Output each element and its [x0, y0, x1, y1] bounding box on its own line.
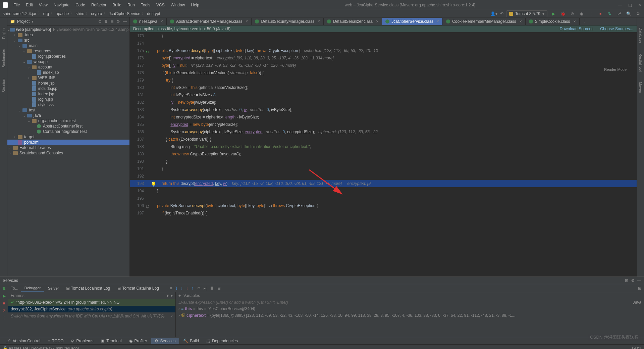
code-line[interactable]: 184 int encryptedSize = ciphertext.lengt… — [130, 113, 637, 121]
crumb[interactable]: shiro — [75, 11, 84, 16]
more-button[interactable]: ⋮ — [1, 315, 7, 321]
code-line[interactable]: 186 System.arraycopy(ciphertext, ivByteS… — [130, 128, 637, 136]
gear-icon[interactable]: ⚙ — [631, 278, 635, 283]
code-line[interactable]: 188 String msg = "Unable to correctly ex… — [130, 143, 637, 150]
project-tool-button[interactable]: Project — [2, 28, 6, 39]
code-line[interactable]: 190 } — [130, 158, 637, 165]
close-tab-icon[interactable]: × — [574, 19, 576, 24]
close-tab-icon[interactable]: × — [437, 19, 439, 24]
update-button[interactable]: ↻ — [606, 10, 613, 17]
menu-run[interactable]: Run — [125, 1, 138, 9]
reader-mode-label[interactable]: Reader Mode — [604, 66, 627, 73]
tree-item[interactable]: index.jsp — [7, 70, 129, 75]
code-line[interactable]: 192 — [130, 172, 637, 180]
minimize-button[interactable]: — — [618, 3, 622, 7]
back-icon[interactable]: ↶ — [500, 11, 503, 16]
lock-icon[interactable]: 🔒 — [3, 346, 8, 349]
tree-item[interactable]: index.jsp — [7, 91, 129, 97]
more-tabs[interactable]: ⋮ — [580, 18, 590, 25]
editor-tab[interactable]: SimpleCookie.class× — [526, 18, 580, 25]
crumb[interactable]: org — [43, 11, 49, 16]
editor-tab[interactable]: DefaultSecurityManager.class× — [252, 18, 324, 25]
add-watch-icon[interactable]: + — [178, 293, 181, 298]
tree-item[interactable]: ⌄java — [7, 113, 129, 118]
tool-tab-terminal[interactable]: ▣Terminal — [97, 338, 125, 344]
step-out-icon[interactable]: ↑ — [192, 286, 194, 291]
menu-edit[interactable]: Edit — [23, 1, 36, 9]
maven-tool-button[interactable]: Maven — [639, 82, 643, 93]
more-run-button[interactable]: ⋮ — [588, 10, 594, 17]
tool-tab-build[interactable]: 🔨Build — [180, 338, 203, 344]
tool-tab-dependencies[interactable]: ⬚Dependencies — [203, 338, 241, 344]
tree-item[interactable]: ⌄resources — [7, 48, 129, 54]
gear-icon[interactable]: ⚙ — [116, 19, 120, 24]
tree-item[interactable]: ⌄main — [7, 43, 129, 48]
var-ciphertext[interactable]: ›ⓟ ciphertext = {byte[1360]@3895} [123, … — [176, 312, 644, 319]
tool-tab-todo[interactable]: ≡TODO — [44, 338, 67, 344]
tree-item[interactable]: ⌄account — [7, 64, 129, 70]
run-config-selector[interactable]: Tomcat 8.5.79 ▾ — [506, 10, 547, 17]
evaluate-input[interactable]: Evaluate expression (Enter) or add a wat… — [176, 299, 644, 306]
profile-button[interactable]: ◉ — [578, 10, 585, 17]
close-tab-icon[interactable]: × — [376, 19, 378, 24]
step-over-icon[interactable]: ⤵ — [175, 286, 177, 291]
database-tool-button[interactable]: Database — [639, 28, 643, 43]
tomcat-node[interactable]: To... — [11, 286, 18, 291]
editor-tab[interactable]: DefaultSerializer.class× — [324, 18, 382, 25]
tree-item[interactable]: ⌄webapp — [7, 59, 129, 64]
close-hint-icon[interactable]: × — [170, 314, 173, 319]
tree-item-pom[interactable]: pom.xml — [7, 140, 129, 145]
crumb[interactable]: decrypt — [147, 11, 160, 16]
code-line[interactable]: 180 int ivSize = this.getInitializationV… — [130, 84, 637, 91]
git-icon[interactable]: ⎇ — [616, 10, 623, 17]
tree-item[interactable]: ›target — [7, 134, 129, 140]
code-line[interactable]: 174 — [130, 40, 637, 47]
code-line[interactable]: 187 } catch (Exception var8) { — [130, 136, 637, 143]
tree-item[interactable]: ›Scratches and Consoles — [7, 150, 129, 156]
tomcat-catalina-log-tab[interactable]: ▣ Tomcat Catalina Log — [114, 285, 162, 292]
menu-tools[interactable]: Tools — [138, 1, 153, 9]
tree-item[interactable]: home.jsp — [7, 81, 129, 86]
layout-settings-icon[interactable]: ⊞ — [638, 286, 641, 291]
project-tree[interactable]: ⌄web [samples-web]F:\javasec-env\shiro-s… — [7, 26, 129, 277]
step-into-icon[interactable]: ↓ — [181, 286, 183, 291]
code-line[interactable]: 183 System.arraycopy(ciphertext, srcPos:… — [130, 106, 637, 113]
choose-sources-link[interactable]: Choose Sources... — [600, 27, 633, 31]
tree-item[interactable]: ⌄org.apache.shiro.test — [7, 118, 129, 123]
tomcat-localhost-log-tab[interactable]: ▣ Tomcat Localhost Log — [63, 285, 113, 292]
hide-icon[interactable]: — — [637, 278, 641, 283]
editor-tab[interactable]: JcaCipherService.class× — [382, 18, 443, 25]
drop-frame-icon[interactable]: ⟲ — [197, 286, 200, 291]
tree-item[interactable]: ›External Libraries — [7, 145, 129, 150]
close-tab-icon[interactable]: × — [318, 19, 320, 24]
code-line[interactable]: 177 byte[] iv = null; iv: [123, 112, -69… — [130, 62, 637, 69]
resume-button[interactable]: ⇅ — [1, 286, 7, 292]
user-icon[interactable]: 👤▾ — [490, 11, 497, 16]
mute-button[interactable]: ⊘ — [1, 308, 7, 314]
code-line[interactable]: 193 return this.decrypt(encrypted, key, … — [130, 180, 637, 187]
tree-item[interactable]: ›WEB-INF — [7, 75, 129, 81]
trace-icon[interactable]: ⊞ — [217, 286, 221, 291]
stop-button[interactable]: ■ — [1, 300, 7, 306]
code-line[interactable]: 175●↑ public ByteSource decrypt(byte[] c… — [130, 47, 637, 54]
code-line[interactable]: 185 encrypted = new byte[encryptedSize]; — [130, 121, 637, 128]
code-line[interactable]: 195 — [130, 195, 637, 202]
code-line[interactable]: 178 if (this.isGenerateInitializationVec… — [130, 69, 637, 77]
coverage-button[interactable]: ⊚ — [569, 10, 576, 17]
menu-refactor[interactable]: Refactor — [89, 1, 109, 9]
var-this[interactable]: ›≡ this = this = {AesCipherService@3404} — [176, 306, 644, 312]
thread-dropdown-icon[interactable]: ▾ — [171, 293, 173, 298]
menu-window[interactable]: Window — [168, 1, 188, 9]
code-line[interactable]: 173 } — [130, 32, 637, 40]
menu-navigate[interactable]: Navigate — [51, 1, 72, 9]
crumb[interactable]: apache — [56, 11, 69, 16]
code-line[interactable]: 197 if (log.isTraceEnabled()) { — [130, 209, 637, 217]
menu-help[interactable]: Help — [188, 1, 202, 9]
debugger-tab[interactable]: Debugger — [21, 285, 44, 292]
select-opened-icon[interactable]: ⊙ — [98, 19, 102, 24]
expand-all-icon[interactable]: ⇅ — [104, 19, 108, 24]
editor-tab[interactable]: AbstractRememberMeManager.class× — [167, 18, 252, 25]
tree-item[interactable]: log4j.properties — [7, 54, 129, 59]
close-tab-icon[interactable]: × — [161, 19, 163, 24]
code-line[interactable]: 182 iv = new byte[ivByteSize]; — [130, 99, 637, 106]
